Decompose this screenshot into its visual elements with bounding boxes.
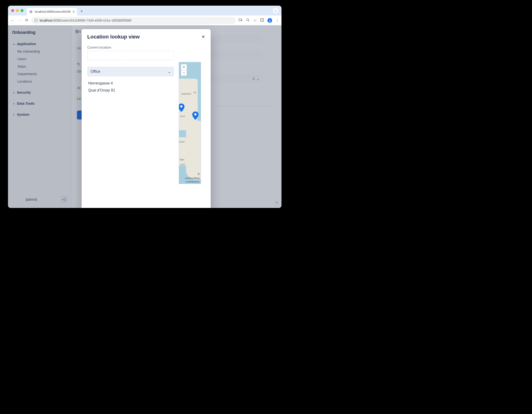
dialog-close-icon[interactable]: ✕ <box>201 34 205 39</box>
new-tab-button[interactable]: + <box>79 9 84 14</box>
office-accordion-header[interactable]: Office ⌄ <box>87 67 174 77</box>
map-label: Nederland <box>181 93 191 95</box>
zoom-out-button[interactable]: − <box>181 70 187 76</box>
dialog-body: Current location Office ⌄ Herrengasse 4 … <box>82 41 211 208</box>
attribution-line: enStreetMap <box>185 176 200 180</box>
tab-strip: localhost:8080/users/44106 ✕ + ⌄ <box>8 6 282 16</box>
profile-avatar-icon[interactable] <box>267 18 272 23</box>
zoom-icon[interactable] <box>246 18 250 23</box>
window-controls <box>10 9 25 12</box>
tab-title: localhost:8080/users/44106 <box>35 10 71 13</box>
tab-strip-right: ⌄ <box>273 8 279 14</box>
window-maximize-dot[interactable] <box>21 9 23 12</box>
office-item[interactable]: Herrengasse 4 <box>87 80 174 87</box>
map[interactable]: Nederland De ance rcelona Alger ﺍﻟﺠﺰﺍﺋﺮ … <box>179 62 201 184</box>
kebab-menu-icon[interactable]: ⋮ <box>276 18 279 22</box>
address-bar[interactable]: i localhost:8080/users/44106990-7430-e59… <box>31 17 236 24</box>
office-item[interactable]: Quai d'Orsay 81 <box>87 87 174 94</box>
tab-close-icon[interactable]: ✕ <box>73 10 75 13</box>
map-label: rcelona <box>179 141 185 143</box>
current-location-value <box>87 51 174 60</box>
attribution-line: contributors. <box>185 180 200 183</box>
toolbar: ← → ⟳ i localhost:8080/users/44106990-74… <box>8 16 282 25</box>
map-label: Alger <box>180 158 184 161</box>
svg-rect-0 <box>239 19 241 21</box>
map-label: ﺍﻟﺠﺰﺍﺋﺮ <box>180 163 185 165</box>
chevron-down-icon: ⌄ <box>168 69 171 74</box>
office-list: Herrengasse 4 Quai d'Orsay 81 <box>87 80 174 94</box>
map-attribution: enStreetMap contributors. <box>185 176 200 183</box>
map-pin-icon[interactable] <box>179 104 185 112</box>
map-label: De <box>193 91 196 94</box>
window-close-dot[interactable] <box>11 9 14 12</box>
url-path: :8080/users/44106990-7430-e590-c01e-18f3… <box>53 19 131 22</box>
dialog-header: Location lookup view ✕ <box>82 29 211 41</box>
install-app-icon[interactable] <box>238 18 243 23</box>
nav-reload-icon[interactable]: ⟳ <box>24 18 29 23</box>
dialog-left-panel: Current location Office ⌄ Herrengasse 4 … <box>87 46 174 208</box>
dialog-title: Location lookup view <box>87 34 140 40</box>
bookmark-star-icon[interactable]: ☆ <box>253 18 256 22</box>
office-accordion-title: Office <box>91 69 100 74</box>
svg-point-4 <box>269 19 270 20</box>
toolbar-actions: ☆ ⋮ <box>238 18 279 23</box>
tab-overflow-icon[interactable]: ⌄ <box>273 8 279 14</box>
svg-point-5 <box>180 105 182 107</box>
browser-tab[interactable]: localhost:8080/users/44106 ✕ <box>27 8 77 16</box>
svg-point-6 <box>194 113 196 116</box>
zoom-in-button[interactable]: + <box>181 64 187 70</box>
svg-point-1 <box>247 19 249 21</box>
current-location-label: Current location <box>87 46 174 49</box>
location-lookup-dialog: Location lookup view ✕ Current location … <box>82 29 211 208</box>
map-label: ance <box>180 115 185 117</box>
app-root: Onboarding ⌄ Application My onboarding U… <box>8 25 282 208</box>
nav-forward-icon[interactable]: → <box>17 18 22 23</box>
map-copyright: © <box>198 172 200 176</box>
favicon-icon <box>29 10 33 14</box>
map-pin-icon[interactable] <box>192 111 199 120</box>
browser-window: localhost:8080/users/44106 ✕ + ⌄ ← → ⟳ i… <box>8 6 282 208</box>
site-info-icon[interactable]: i <box>34 19 38 22</box>
side-panel-icon[interactable] <box>260 18 264 23</box>
window-minimize-dot[interactable] <box>16 9 19 12</box>
map-zoom-control: + − <box>181 64 187 76</box>
url-host: localhost <box>40 19 53 22</box>
dialog-map-panel: Nederland De ance rcelona Alger ﺍﻟﺠﺰﺍﺋﺮ … <box>179 62 205 208</box>
nav-back-icon[interactable]: ← <box>10 18 15 23</box>
